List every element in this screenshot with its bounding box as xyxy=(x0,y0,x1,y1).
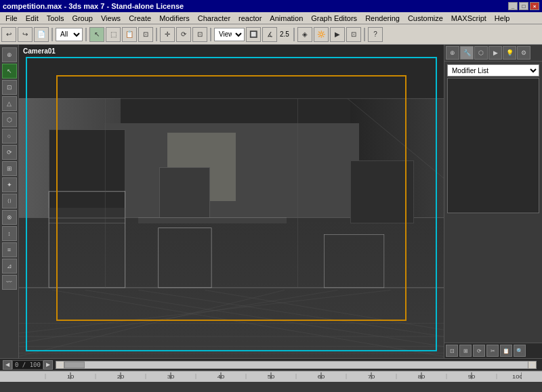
timeline-prev-btn[interactable]: ◀ xyxy=(3,360,12,370)
menu-edit[interactable]: Edit xyxy=(22,14,43,23)
modifier-section: Modifier List xyxy=(444,62,542,343)
right-bottom-btn-4[interactable]: 📋 xyxy=(500,345,512,357)
scene-platform xyxy=(138,217,287,223)
menu-bar: File Edit Tools Group Views Create Modif… xyxy=(0,12,542,24)
scene-center-obj xyxy=(159,167,210,223)
close-button[interactable]: × xyxy=(530,2,539,10)
left-btn-5[interactable]: ○ xyxy=(2,129,17,144)
svg-text:40: 40 xyxy=(217,374,225,380)
menu-graph-editors[interactable]: Graph Editors xyxy=(307,14,361,23)
scene-shelf xyxy=(49,208,125,223)
new-button[interactable]: 📄 xyxy=(34,27,49,42)
left-btn-3[interactable]: △ xyxy=(2,96,17,111)
menu-views[interactable]: Views xyxy=(97,14,125,23)
menu-rendering[interactable]: Rendering xyxy=(361,14,404,23)
menu-file[interactable]: File xyxy=(1,14,22,23)
scene-right-obj xyxy=(350,160,414,223)
scroll-thumb[interactable] xyxy=(64,362,85,368)
help-button[interactable]: ? xyxy=(368,27,383,42)
menu-group[interactable]: Group xyxy=(68,14,97,23)
snap-button[interactable]: 🔲 xyxy=(246,27,261,42)
menu-customize[interactable]: Customize xyxy=(404,14,447,23)
scroll-track[interactable] xyxy=(64,362,528,368)
right-bottom-btn-2[interactable]: ⟳ xyxy=(473,345,485,357)
redo-button[interactable]: ↪ xyxy=(18,27,33,42)
toolbar: ↩ ↪ 📄 All ↖ ⬚ 📋 ⊡ ✛ ⟳ ⊡ View 🔲 ∡ 2.5 ◈ 🔆… xyxy=(0,24,542,45)
right-panel-bottom-toolbar: ⊡ ⊞ ⟳ ✂ 📋 🔍 xyxy=(444,343,542,358)
modifier-list-dropdown[interactable]: Modifier List xyxy=(447,64,539,77)
select-button[interactable]: ↖ xyxy=(89,27,104,42)
modifier-list-area xyxy=(447,78,539,213)
left-btn-2[interactable]: ⊡ xyxy=(2,80,17,95)
right-panel-tabs-row: ⊕ 🔧 ⬡ ▶ 💡 ⚙ xyxy=(444,45,542,62)
select-region-button[interactable]: ⬚ xyxy=(106,27,121,42)
left-btn-7[interactable]: ⊞ xyxy=(2,161,17,176)
menu-character[interactable]: Character xyxy=(194,14,234,23)
rotate-button[interactable]: ⟳ xyxy=(176,27,191,42)
quick-render-button[interactable]: ▶ xyxy=(330,27,345,42)
left-btn-select[interactable]: ↖ xyxy=(2,64,17,79)
right-tab-modify[interactable]: 🔧 xyxy=(460,46,474,60)
viewport[interactable]: Camera01 xyxy=(19,45,444,358)
title-text: competition.max - 3ds max 7 - Stand-alon… xyxy=(3,2,184,10)
zoom-label: 2.5 xyxy=(278,30,291,38)
right-tab-create[interactable]: ⊕ xyxy=(446,46,459,60)
render-scene-button[interactable]: 🔆 xyxy=(314,27,329,42)
svg-text:100: 100 xyxy=(512,374,522,380)
right-tab-motion[interactable]: ▶ xyxy=(488,46,502,60)
camera-view xyxy=(19,45,444,358)
move-button[interactable]: ✛ xyxy=(160,27,175,42)
left-btn-4[interactable]: ⬡ xyxy=(2,112,17,127)
svg-text:50: 50 xyxy=(268,374,275,380)
material-editor-button[interactable]: ◈ xyxy=(297,27,312,42)
filter-dropdown[interactable]: All xyxy=(56,28,83,41)
left-btn-11[interactable]: ↕ xyxy=(2,226,17,241)
svg-line-9 xyxy=(19,290,337,343)
left-toolbar: ⊕ ↖ ⊡ △ ⬡ ○ ⟳ ⊞ ✦ ⟨⟩ ⊗ ↕ ≡ ⊿ 〰 xyxy=(0,45,19,358)
select-by-name-button[interactable]: 📋 xyxy=(122,27,137,42)
svg-text:10: 10 xyxy=(67,374,75,380)
right-panel: ⊕ 🔧 ⬡ ▶ 💡 ⚙ Modifier List ⊡ ⊞ ⟳ ✂ 📋 🔍 xyxy=(444,45,542,358)
svg-text:30: 30 xyxy=(167,374,175,380)
menu-maxscript[interactable]: MAXScript xyxy=(447,14,491,23)
right-tab-utilities[interactable]: ⚙ xyxy=(517,46,530,60)
main-layout: ⊕ ↖ ⊡ △ ⬡ ○ ⟳ ⊞ ✦ ⟨⟩ ⊗ ↕ ≡ ⊿ 〰 xyxy=(0,45,542,358)
minimize-button[interactable]: _ xyxy=(508,2,518,10)
left-btn-10[interactable]: ⊗ xyxy=(2,210,17,225)
render-type-button[interactable]: ⊡ xyxy=(346,27,361,42)
timeline-ruler: 10 20 30 40 50 60 70 80 90 100 xyxy=(0,371,542,382)
scale-button[interactable]: ⊡ xyxy=(192,27,207,42)
menu-create[interactable]: Create xyxy=(125,14,155,23)
undo-button[interactable]: ↩ xyxy=(1,27,16,42)
scroll-left[interactable]: ◀ xyxy=(56,362,64,368)
timeline-next-btn[interactable]: ▶ xyxy=(43,360,53,370)
left-btn-12[interactable]: ≡ xyxy=(2,242,17,257)
menu-modifiers[interactable]: Modifiers xyxy=(155,14,194,23)
left-btn-14[interactable]: 〰 xyxy=(2,275,17,290)
svg-text:70: 70 xyxy=(368,374,375,380)
left-btn-0[interactable]: ⊕ xyxy=(2,47,17,62)
right-bottom-btn-0[interactable]: ⊡ xyxy=(446,345,458,357)
right-bottom-btn-3[interactable]: ✂ xyxy=(486,345,499,357)
right-tab-display[interactable]: 💡 xyxy=(503,46,516,60)
separator-2 xyxy=(85,28,87,41)
menu-help[interactable]: Help xyxy=(491,14,514,23)
maximize-button[interactable]: □ xyxy=(519,2,528,10)
select-region-type[interactable]: ⊡ xyxy=(138,27,153,42)
right-bottom-btn-5[interactable]: 🔍 xyxy=(514,345,526,357)
menu-tools[interactable]: Tools xyxy=(43,14,68,23)
left-btn-9[interactable]: ⟨⟩ xyxy=(2,194,17,209)
svg-line-7 xyxy=(205,290,444,330)
left-btn-13[interactable]: ⊿ xyxy=(2,259,17,274)
right-tab-hierarchy[interactable]: ⬡ xyxy=(474,46,488,60)
scroll-right[interactable]: ▶ xyxy=(528,362,536,368)
left-btn-8[interactable]: ✦ xyxy=(2,177,17,192)
angle-snap-button[interactable]: ∡ xyxy=(262,27,277,42)
reference-dropdown[interactable]: View xyxy=(214,28,245,41)
left-btn-6[interactable]: ⟳ xyxy=(2,145,17,160)
ruler-ticks: 10 20 30 40 50 60 70 80 90 100 xyxy=(20,372,522,382)
svg-text:80: 80 xyxy=(418,374,425,380)
right-bottom-btn-1[interactable]: ⊞ xyxy=(459,345,472,357)
menu-animation[interactable]: Animation xyxy=(266,14,307,23)
menu-reactor[interactable]: reactor xyxy=(234,14,266,23)
